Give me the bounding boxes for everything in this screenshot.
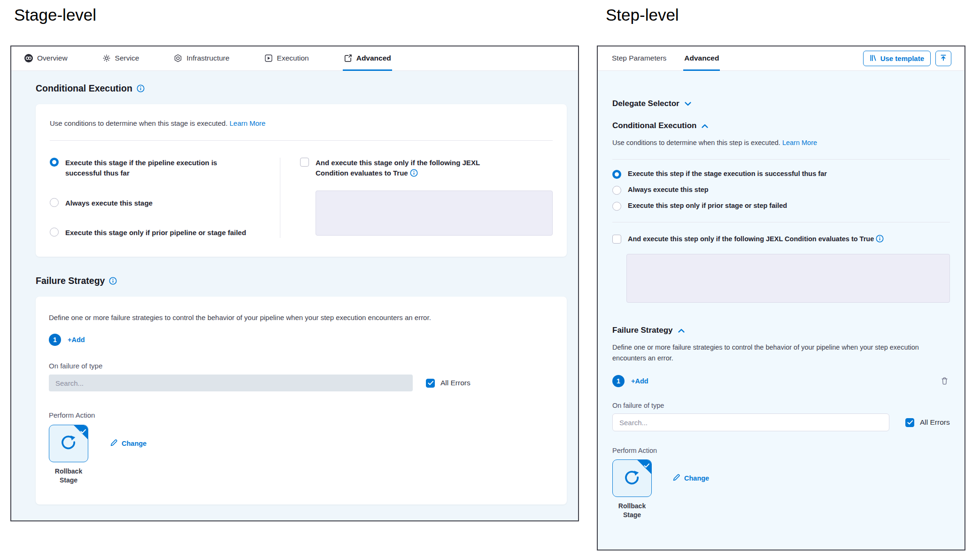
all-errors-label: All Errors [440,379,471,387]
failure-strategy-description: Define one or more failure strategies to… [49,313,554,321]
execution-options: Execute this step if the stage execution… [612,170,950,211]
apply-template-button[interactable] [935,51,951,66]
radio-option-always[interactable]: Always execute this stage [50,198,270,208]
conditional-execution-description: Use conditions to determine when this st… [612,138,950,148]
tab-overview[interactable]: Overview [23,46,69,71]
template-library-icon [870,54,877,63]
strategy-count-badge[interactable]: 1 [612,375,625,387]
radio-selected[interactable] [612,170,621,179]
stage-tabbar: Overview Service Infrastructure [11,46,578,71]
learn-more-link[interactable]: Learn More [230,119,266,127]
radio-option-failed[interactable]: Execute this stage only if prior pipelin… [50,228,270,238]
radio-unselected[interactable] [50,228,59,237]
add-strategy-button[interactable]: +Add [68,336,85,344]
jexl-checkbox-row[interactable]: And execute this step only if the follow… [612,235,950,244]
all-errors-label: All Errors [920,418,950,427]
checkbox-unchecked[interactable] [612,235,621,244]
hexagon-icon [174,54,182,62]
tab-label: Advanced [356,54,391,62]
gear-icon [102,54,111,62]
tab-advanced[interactable]: Advanced [343,46,392,71]
tab-advanced[interactable]: Advanced [683,46,720,71]
pencil-icon [672,474,680,483]
jexl-section: And execute this stage only if the follo… [280,158,553,238]
radio-label: Execute this step if the stage execution… [628,170,827,177]
divider [612,159,950,160]
tab-step-parameters[interactable]: Step Parameters [611,46,667,71]
tab-service[interactable]: Service [101,46,140,71]
conditional-execution-description: Use conditions to determine when this st… [50,119,553,127]
change-action-button[interactable]: Change [672,474,709,483]
checkbox-checked[interactable] [426,379,435,388]
tab-execution[interactable]: Execution [263,46,310,71]
add-strategy-button[interactable]: +Add [631,377,648,385]
radio-option-success[interactable]: Execute this stage if the pipeline execu… [50,158,270,178]
stage-advanced-panel: Overview Service Infrastructure [10,46,579,521]
conditional-execution-columns: Execute this stage if the pipeline execu… [50,158,553,238]
perform-action-label: Perform Action [49,411,554,419]
chevron-up-icon [678,329,685,333]
execution-options: Execute this stage if the pipeline execu… [50,158,280,238]
radio-unselected[interactable] [50,198,59,207]
perform-action-row: Change [612,459,950,497]
change-action-button[interactable]: Change [110,439,147,448]
info-icon[interactable] [109,277,117,285]
tab-label: Overview [37,54,68,62]
conditional-execution-header[interactable]: Conditional Execution [612,121,950,130]
checkmark-icon [80,427,86,432]
radio-label: Always execute this stage [65,198,153,208]
play-icon [264,54,273,62]
step-level-heading: Step-level [606,6,679,24]
change-label: Change [122,440,147,447]
section-title: Delegate Selector [612,99,679,108]
use-template-button[interactable]: Use template [863,51,931,66]
use-template-label: Use template [880,54,924,62]
delegate-selector-header[interactable]: Delegate Selector [612,99,950,108]
selected-action-name: Rollback Stage [49,467,88,485]
failure-strategy-heading: Failure Strategy [36,275,567,286]
rollback-stage-tile[interactable] [49,425,88,462]
change-label: Change [684,474,709,482]
radio-option-success[interactable]: Execute this step if the stage execution… [612,170,950,179]
strategy-count-badge[interactable]: 1 [49,334,61,346]
failure-strategy-header[interactable]: Failure Strategy [612,326,950,335]
stage-level-heading: Stage-level [14,6,96,24]
jexl-checkbox-row[interactable]: And execute this stage only if the follo… [300,158,553,178]
failure-type-search-input[interactable] [612,413,889,431]
tab-label: Infrastructure [186,54,229,62]
tab-infrastructure[interactable]: Infrastructure [173,46,230,71]
learn-more-link[interactable]: Learn More [782,139,817,146]
perform-action-label: Perform Action [612,447,950,454]
tab-label: Step Parameters [612,54,666,62]
all-errors-toggle[interactable]: All Errors [905,418,950,427]
failure-type-search-input[interactable] [49,375,413,391]
all-errors-toggle[interactable]: All Errors [426,379,471,388]
radio-unselected[interactable] [612,186,621,195]
jexl-label: And execute this step only if the follow… [628,235,884,243]
pencil-icon [110,439,118,448]
checkbox-unchecked[interactable] [300,158,309,167]
checkmark-icon [644,462,650,467]
on-failure-label: On failure of type [49,362,554,370]
radio-selected[interactable] [50,158,59,167]
jexl-condition-input[interactable] [626,254,950,303]
radio-unselected[interactable] [612,202,621,211]
info-icon[interactable] [410,169,418,177]
export-icon [344,54,352,62]
radio-option-always[interactable]: Always execute this step [612,186,950,195]
jexl-condition-input[interactable] [316,191,553,236]
checkbox-checked[interactable] [905,418,914,427]
strategy-list-row: 1 +Add [612,375,950,387]
overview-icon [24,54,33,62]
radio-label: Execute this stage if the pipeline execu… [65,158,220,178]
upload-arrow-icon [940,54,947,63]
divider [50,140,553,141]
radio-option-failed[interactable]: Execute this step only if prior stage or… [612,202,950,211]
info-icon[interactable] [876,235,884,243]
failure-strategy-description: Define one or more failure strategies to… [612,342,950,363]
delete-strategy-icon[interactable] [941,377,948,385]
info-icon[interactable] [137,84,145,92]
on-failure-label: On failure of type [612,402,950,409]
rollback-stage-tile[interactable] [612,459,652,497]
step-content: Delegate Selector Conditional Execution … [598,99,965,520]
